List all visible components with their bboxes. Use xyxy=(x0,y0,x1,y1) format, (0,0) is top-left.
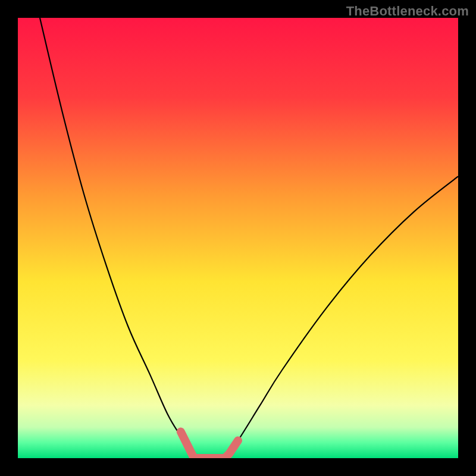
chart-svg xyxy=(18,18,458,458)
watermark-text: TheBottleneck.com xyxy=(346,4,469,19)
plot-area xyxy=(18,18,458,458)
chart-frame: TheBottleneck.com xyxy=(0,0,476,476)
gradient-background xyxy=(18,18,458,458)
